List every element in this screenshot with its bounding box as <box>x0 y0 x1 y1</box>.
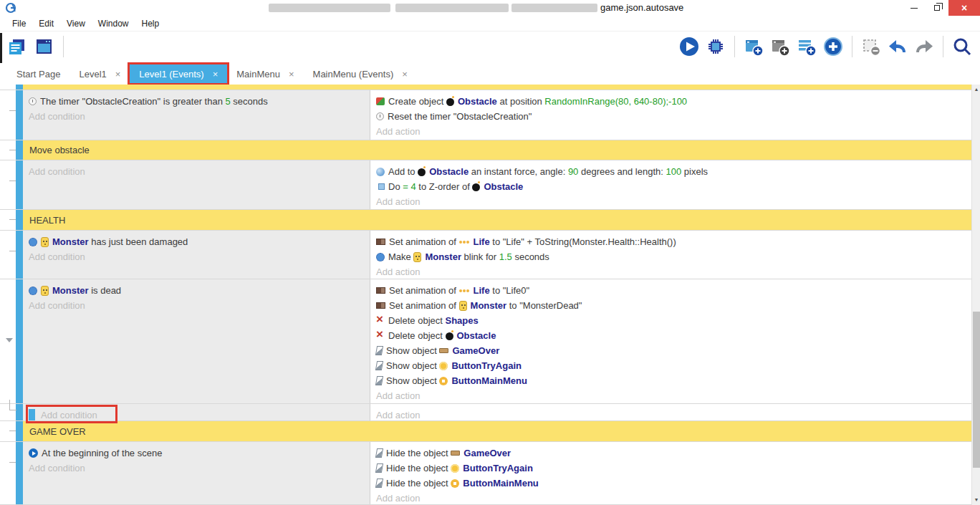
project-manager-button[interactable] <box>6 36 27 57</box>
action-line[interactable]: Show object ButtonTryAgain <box>370 358 971 373</box>
condition-line[interactable]: At the beginning of the scene <box>23 446 370 461</box>
restore-button[interactable] <box>926 0 948 16</box>
row-margin <box>0 210 16 230</box>
tab-close-icon[interactable]: × <box>402 69 408 80</box>
add-condition-button[interactable]: Add condition <box>23 109 370 124</box>
add-condition-button[interactable]: Add condition <box>23 461 370 476</box>
menu-file[interactable]: File <box>6 16 32 31</box>
delete-event-icon <box>861 37 881 57</box>
comment-cell[interactable] <box>23 85 971 90</box>
delete-event-button[interactable] <box>860 36 882 57</box>
action-line[interactable]: Hide the object ButtonTryAgain <box>370 461 971 476</box>
condition-line[interactable]: The timer "ObstacleCreation" is greater … <box>23 94 370 109</box>
add-action-button[interactable]: Add action <box>370 388 971 403</box>
redacted-path <box>269 4 390 12</box>
comment-row: Move obstacle <box>0 140 971 160</box>
add-action-button[interactable]: Add action <box>370 264 971 279</box>
object-name: Life <box>474 285 490 296</box>
debug-button[interactable] <box>705 36 726 57</box>
action-line[interactable]: Create object Obstacle at position Rando… <box>370 94 971 109</box>
text-segment: The timer "ObstacleCreation" is greater … <box>40 96 226 107</box>
close-button[interactable] <box>948 0 980 16</box>
minimize-button[interactable] <box>903 0 926 16</box>
add-subevent-button[interactable] <box>769 36 791 57</box>
action-line[interactable]: Set animation of Life to "Life" + ToStri… <box>370 234 971 249</box>
comment-cell[interactable]: HEALTH <box>23 210 971 230</box>
text-segment: 5 <box>226 96 231 107</box>
text-segment: Show object <box>386 360 439 371</box>
event-selector-bar <box>16 231 23 279</box>
menu-view[interactable]: View <box>60 16 92 31</box>
tab-bar: Start PageLevel1×Level1 (Events)×MainMen… <box>0 63 980 85</box>
action-line[interactable]: Reset the timer "ObstacleCreation" <box>370 109 971 124</box>
redo-button[interactable] <box>913 36 935 57</box>
vertical-scrollbar[interactable]: ▲ ▼ <box>971 85 980 505</box>
conditions-cell: Add condition <box>23 404 370 420</box>
scroll-down-icon[interactable]: ▼ <box>972 495 980 505</box>
empty-event-line[interactable]: Add condition <box>23 408 370 423</box>
z-order-icon <box>378 183 385 190</box>
toolbar-separator <box>943 36 943 57</box>
life-icon <box>459 288 470 294</box>
tab-mainmenu[interactable]: MainMenu× <box>227 64 303 83</box>
play-button[interactable] <box>678 36 700 57</box>
add-condition-button[interactable]: Add condition <box>23 164 370 179</box>
add-action-button[interactable]: Add action <box>370 194 971 209</box>
event-row: At the beginning of the sceneAdd conditi… <box>0 442 971 505</box>
row-margin <box>0 160 16 209</box>
tab-close-icon[interactable]: × <box>115 69 121 80</box>
search-button[interactable] <box>951 36 973 57</box>
comment-cell[interactable]: Move obstacle <box>23 140 971 160</box>
add-condition-button[interactable]: Add condition <box>23 249 370 264</box>
action-line[interactable]: Set animation of Life to "Life0" <box>370 283 971 298</box>
gameover-icon <box>451 451 460 456</box>
button-yellow-icon <box>451 464 459 473</box>
object-name: Obstacle <box>429 166 469 177</box>
tree-connector <box>9 400 10 410</box>
add-condition-button[interactable]: Add condition <box>41 410 97 420</box>
tab-start-page[interactable]: Start Page <box>7 64 69 83</box>
redo-icon <box>914 37 934 57</box>
toolbar-separator <box>63 36 64 57</box>
action-line[interactable]: Set animation of Monster to "MonsterDead… <box>370 298 971 313</box>
tab-close-icon[interactable]: × <box>213 69 218 80</box>
scrollbar-thumb[interactable] <box>973 312 980 468</box>
action-line[interactable]: Hide the object GameOver <box>370 446 971 461</box>
action-line[interactable]: Hide the object ButtonMainMenu <box>370 476 971 491</box>
action-line[interactable]: Add to Obstacle an instant force, angle:… <box>370 164 971 179</box>
conditions-cell: Add condition <box>23 160 370 209</box>
add-event-button[interactable] <box>743 36 764 57</box>
tab-level1-events-[interactable]: Level1 (Events)× <box>130 64 227 83</box>
add-condition-button[interactable]: Add condition <box>23 298 370 313</box>
menu-window[interactable]: Window <box>92 16 135 31</box>
action-line[interactable]: Do = 4 to Z-order of Obstacle <box>370 179 971 194</box>
comment-cell[interactable]: GAME OVER <box>23 421 971 441</box>
tab-close-icon[interactable]: × <box>289 69 294 80</box>
tab-level1[interactable]: Level1× <box>69 64 130 83</box>
action-line[interactable]: Make Monster blink for 1.5 seconds <box>370 249 971 264</box>
undo-button[interactable] <box>887 36 908 57</box>
action-line[interactable]: Delete object Obstacle <box>370 328 971 343</box>
add-action-button[interactable]: Add action <box>370 408 971 423</box>
event-selector-bar <box>16 90 23 140</box>
condition-line[interactable]: Monster has just been damaged <box>23 234 370 249</box>
add-action-button[interactable]: Add action <box>370 124 971 139</box>
condition-line[interactable]: Monster is dead <box>23 283 370 298</box>
add-comment-button[interactable] <box>796 36 817 57</box>
add-action-button[interactable]: Add action <box>370 491 971 505</box>
menu-help[interactable]: Help <box>135 16 166 31</box>
conditions-cell: The timer "ObstacleCreation" is greater … <box>23 90 370 140</box>
action-line[interactable]: Show object ButtonMainMenu <box>370 373 971 388</box>
monster-icon <box>41 286 49 296</box>
tab-mainmenu-events-[interactable]: MainMenu (Events)× <box>304 64 417 83</box>
timer-icon <box>376 112 384 120</box>
toolbar-separator <box>852 36 852 57</box>
action-line[interactable]: Delete object Shapes <box>370 313 971 328</box>
text-segment: Make <box>388 251 413 262</box>
text-segment: Set animation of <box>389 300 459 311</box>
menu-edit[interactable]: Edit <box>32 16 60 31</box>
add-circle-button[interactable] <box>822 36 844 57</box>
action-line[interactable]: Show object GameOver <box>370 343 971 358</box>
start-page-button[interactable] <box>33 36 54 57</box>
scroll-up-icon[interactable]: ▲ <box>972 85 980 95</box>
